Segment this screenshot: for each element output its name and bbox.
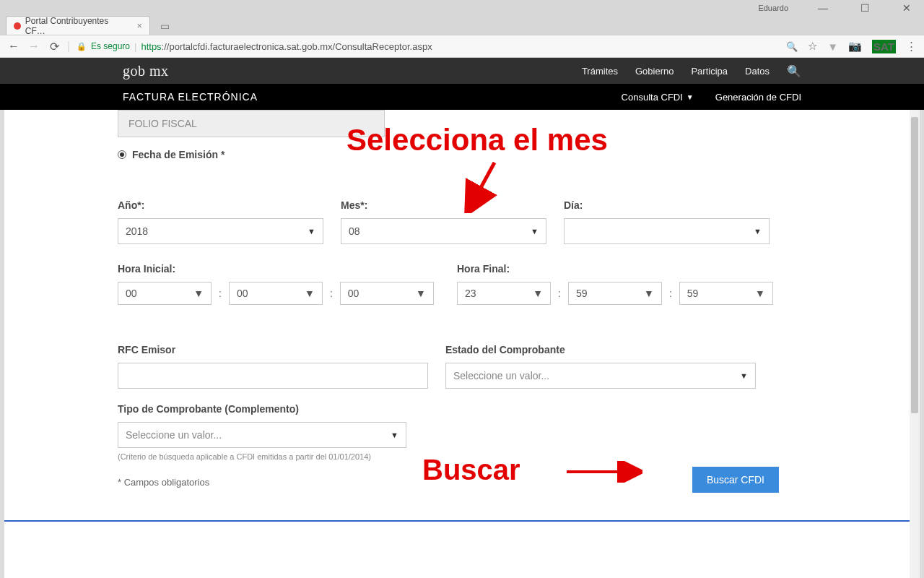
nav-participa[interactable]: Participa (691, 66, 728, 77)
tipo-select[interactable]: Seleccione un valor...▼ (118, 422, 406, 448)
sat-extension-icon[interactable]: SAT (872, 40, 896, 53)
rfc-emisor-input[interactable] (118, 363, 428, 389)
sub-header: FACTURA ELECTRÓNICA Consulta CFDI ▼ Gene… (0, 84, 924, 110)
fecha-emision-radio[interactable]: Fecha de Emisión * (118, 149, 796, 160)
window-user: Eduardo (758, 4, 788, 12)
subnav-generacion-cfdi[interactable]: Generación de CFDI (715, 92, 801, 103)
window-titlebar: Eduardo — ☐ ✕ (0, 0, 924, 16)
page-viewport: FOLIO FISCAL Fecha de Emisión * Año*: 20… (4, 110, 910, 578)
lock-icon: 🔒 (77, 42, 87, 51)
hora-inicial-s[interactable]: 00▼ (340, 282, 434, 305)
gob-nav: Trámites Gobierno Participa Datos 🔍 (582, 64, 801, 78)
caret-down-icon: ▼ (687, 93, 694, 101)
tab-favicon-icon (14, 22, 21, 30)
mes-select[interactable]: 08 ▼ (341, 218, 546, 244)
window-minimize-icon[interactable]: — (810, 2, 836, 14)
zoom-icon[interactable]: 🔍 (786, 41, 798, 52)
url-scheme: https (141, 41, 161, 52)
radio-checked-icon (118, 150, 126, 159)
form-content: FOLIO FISCAL Fecha de Emisión * Año*: 20… (118, 110, 796, 517)
nav-gobierno[interactable]: Gobierno (635, 66, 674, 77)
browser-tab-strip: Portal Contribuyentes CF… × ▭ (0, 16, 924, 35)
gob-logo[interactable]: gob mx (123, 63, 169, 79)
page-title: FACTURA ELECTRÓNICA (123, 91, 258, 103)
url-rest: ://portalcfdi.facturaelectronica.sat.gob… (162, 41, 432, 52)
dia-select[interactable]: ▼ (564, 218, 770, 244)
forward-icon[interactable]: → (27, 40, 40, 53)
footer-divider (4, 520, 910, 522)
camera-icon[interactable]: 📷 (848, 40, 862, 53)
chevron-down-icon: ▼ (754, 227, 762, 236)
search-icon[interactable]: 🔍 (787, 64, 801, 78)
estado-select[interactable]: Seleccione un valor...▼ (445, 363, 756, 389)
hora-final-m[interactable]: 59▼ (568, 282, 662, 305)
new-tab-icon[interactable]: ▭ (154, 17, 175, 35)
nav-tramites[interactable]: Trámites (582, 66, 618, 77)
scrollbar-thumb[interactable] (911, 117, 918, 413)
chevron-down-icon: ▼ (308, 227, 315, 236)
subnav-consulta-cfdi[interactable]: Consulta CFDI ▼ (622, 92, 694, 103)
window-close-icon[interactable]: ✕ (894, 2, 920, 14)
tipo-label: Tipo de Comprobante (Complemento) (118, 403, 796, 415)
tab-close-icon[interactable]: × (136, 20, 142, 31)
nav-datos[interactable]: Datos (745, 66, 770, 77)
toolbar-right: 🔍 ☆ ▼ 📷 SAT ⋮ (786, 40, 917, 53)
bookmark-icon[interactable]: ☆ (808, 40, 817, 53)
browser-tab[interactable]: Portal Contribuyentes CF… × (6, 16, 150, 35)
hora-final-s[interactable]: 59▼ (679, 282, 773, 305)
back-icon[interactable]: ← (7, 40, 20, 53)
folio-fiscal-input[interactable]: FOLIO FISCAL (118, 110, 385, 137)
scrollbar-track[interactable] (910, 110, 920, 578)
mes-label: Mes*: (341, 199, 546, 211)
chevron-down-icon[interactable]: ▼ (827, 40, 838, 53)
hora-inicial-label: Hora Inicial: (118, 263, 450, 275)
browser-toolbar: ← → ⟳ 🔒 Es seguro | https://portalcfdi.f… (0, 35, 924, 58)
buscar-cfdi-button[interactable]: Buscar CFDI (692, 467, 779, 493)
fecha-emision-label: Fecha de Emisión * (132, 149, 225, 160)
criterio-hint: (Criterio de búsqueda aplicable a CFDI e… (118, 452, 796, 461)
secure-label: Es seguro (91, 41, 130, 51)
tab-title: Portal Contribuyentes CF… (25, 16, 130, 36)
chrome-menu-icon[interactable]: ⋮ (906, 40, 917, 53)
ano-select[interactable]: 2018 ▼ (118, 218, 323, 244)
window-maximize-icon[interactable]: ☐ (852, 2, 878, 14)
hora-final-h[interactable]: 23▼ (457, 282, 551, 305)
estado-label: Estado del Comprobante (445, 344, 756, 355)
dia-label: Día: (564, 199, 770, 211)
gob-header: gob mx Trámites Gobierno Participa Datos… (0, 58, 924, 84)
hora-inicial-m[interactable]: 00▼ (229, 282, 323, 305)
ano-label: Año*: (118, 199, 323, 211)
rfc-emisor-label: RFC Emisor (118, 344, 428, 355)
reload-icon[interactable]: ⟳ (48, 40, 61, 53)
chevron-down-icon: ▼ (531, 227, 539, 236)
hora-final-label: Hora Final: (457, 263, 789, 275)
hora-inicial-h[interactable]: 00▼ (118, 282, 212, 305)
address-bar[interactable]: 🔒 Es seguro | https://portalcfdi.factura… (68, 41, 779, 52)
